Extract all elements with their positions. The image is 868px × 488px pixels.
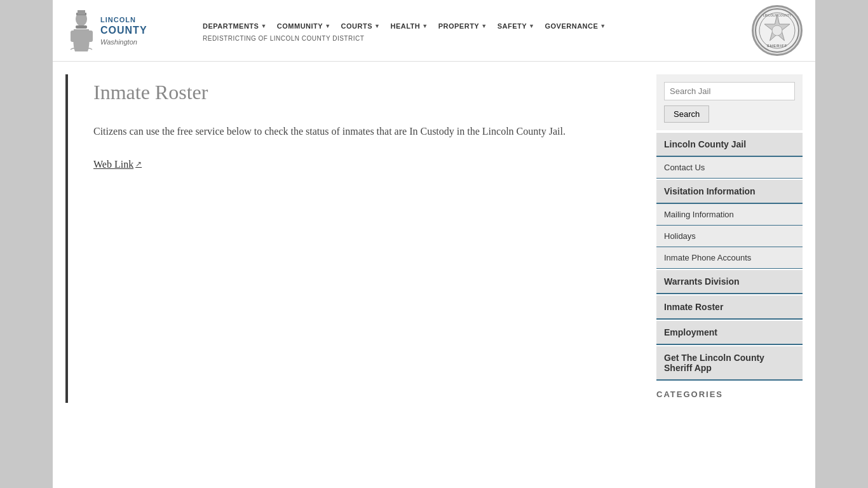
sidebar-item-holidays[interactable]: Holidays	[656, 226, 803, 247]
svg-text:SHERIFF: SHERIFF	[767, 44, 788, 48]
nav-safety[interactable]: SAFETY ▼	[494, 20, 539, 32]
nav-area: DEPARTMENTS ▼ COMMUNITY ▼ COURTS ▼ HEALT…	[199, 20, 752, 42]
svg-text:LINCOLN COUNTY: LINCOLN COUNTY	[763, 13, 792, 17]
sidebar: Search Lincoln County Jail Contact Us Vi…	[656, 74, 803, 403]
dropdown-arrow-icon: ▼	[529, 23, 534, 29]
logo-area: LINCOLN COUNTY Washington	[65, 8, 180, 53]
nav-courts[interactable]: COURTS ▼	[337, 20, 384, 32]
sidebar-section-visitation: Visitation Information Mailing Informati…	[656, 180, 803, 269]
sidebar-heading-jail[interactable]: Lincoln County Jail	[656, 133, 803, 157]
lincoln-portrait-icon	[65, 8, 97, 53]
svg-rect-5	[78, 10, 85, 15]
sheriff-badge: SHERIFF LINCOLN COUNTY	[752, 5, 803, 56]
dropdown-arrow-icon: ▼	[261, 23, 266, 29]
search-input[interactable]	[664, 82, 795, 100]
nav-governance[interactable]: GOVERNANCE ▼	[541, 20, 609, 32]
categories-heading: CATEGORIES	[656, 386, 803, 403]
main-nav: DEPARTMENTS ▼ COMMUNITY ▼ COURTS ▼ HEALT…	[199, 20, 752, 32]
svg-rect-2	[71, 30, 77, 42]
dropdown-arrow-icon: ▼	[600, 23, 606, 29]
page-title: Inmate Roster	[93, 81, 631, 104]
sub-nav[interactable]: REDISTRICTING OF LINCOLN COUNTY DISTRICT	[199, 35, 752, 42]
search-box: Search	[656, 74, 803, 130]
left-divider	[65, 74, 68, 403]
logo-text: LINCOLN COUNTY Washington	[100, 15, 147, 46]
article-body: Citizens can use the free service below …	[93, 123, 631, 140]
sidebar-link-sheriff-app[interactable]: Get The Lincoln County Sheriff App	[656, 346, 803, 381]
sidebar-item-contact-us[interactable]: Contact Us	[656, 157, 803, 179]
nav-community[interactable]: COMMUNITY ▼	[273, 20, 335, 32]
sidebar-item-mailing[interactable]: Mailing Information	[656, 204, 803, 226]
header: LINCOLN COUNTY Washington DEPARTMENTS ▼ …	[53, 0, 815, 62]
sidebar-link-warrants[interactable]: Warrants Division	[656, 270, 803, 294]
sidebar-link-inmate-roster[interactable]: Inmate Roster	[656, 295, 803, 320]
sidebar-section-jail: Lincoln County Jail Contact Us	[656, 133, 803, 179]
main-article: Inmate Roster Citizens can use the free …	[81, 74, 644, 403]
dropdown-arrow-icon: ▼	[422, 23, 428, 29]
svg-rect-1	[76, 25, 87, 29]
svg-rect-3	[86, 30, 93, 42]
content-area: Inmate Roster Citizens can use the free …	[53, 62, 815, 416]
dropdown-arrow-icon: ▼	[481, 23, 487, 29]
sidebar-item-phone-accounts[interactable]: Inmate Phone Accounts	[656, 247, 803, 269]
nav-health[interactable]: HEALTH ▼	[386, 20, 431, 32]
dropdown-arrow-icon: ▼	[325, 23, 330, 29]
web-link[interactable]: Web Link ↗	[93, 159, 142, 170]
search-button[interactable]: Search	[664, 105, 709, 123]
dropdown-arrow-icon: ▼	[374, 23, 380, 29]
sidebar-heading-visitation[interactable]: Visitation Information	[656, 180, 803, 204]
external-link-icon: ↗	[135, 159, 142, 169]
nav-property[interactable]: PROPERTY ▼	[435, 20, 491, 32]
svg-point-9	[772, 25, 782, 36]
sidebar-link-employment[interactable]: Employment	[656, 321, 803, 345]
nav-departments[interactable]: DEPARTMENTS ▼	[199, 20, 271, 32]
